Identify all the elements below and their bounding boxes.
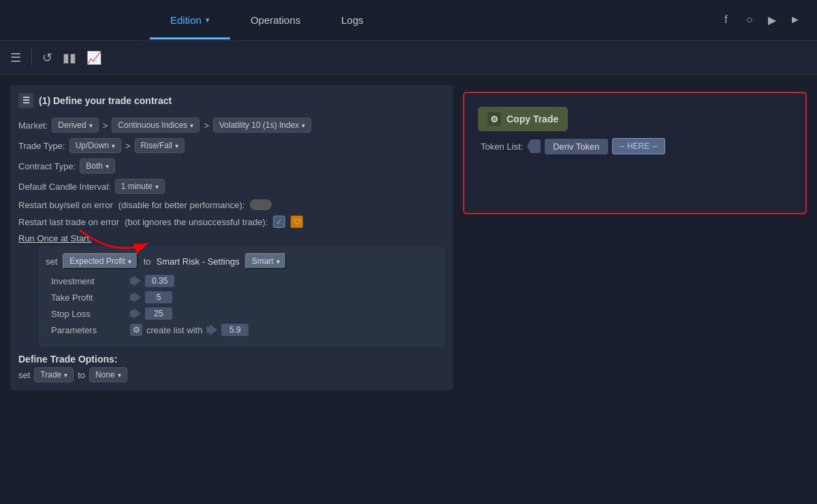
trade-type-arrow: >	[125, 141, 131, 151]
define-trade-label: Define Trade Options:	[18, 354, 445, 365]
restart-buy-label: Restart buy/sell on error	[18, 200, 113, 210]
stop-loss-label: Stop Loss	[51, 309, 126, 319]
smart-risk-block: set Expected Profit to Smart Risk - Sett…	[39, 246, 445, 347]
market-continuous-dropdown[interactable]: Continuous Indices	[112, 118, 199, 133]
create-list-label: create list with	[146, 325, 202, 335]
parameters-label: Parameters	[51, 325, 126, 335]
stop-loss-connector	[130, 308, 141, 319]
nav-tabs: Edition ▾ Operations Logs	[150, 1, 384, 39]
token-connector	[527, 139, 541, 153]
market-label: Market:	[18, 120, 48, 131]
instagram-icon[interactable]: ○	[746, 14, 760, 27]
restart-buy-note: (disable for better performance):	[118, 200, 245, 210]
token-list-row: Token List: Deriv Token -- HERE --	[478, 138, 792, 154]
tab-logs[interactable]: Logs	[321, 1, 384, 39]
trade-set-label: set	[18, 370, 30, 380]
investment-connector	[130, 275, 141, 286]
red-arrow-annotation	[73, 223, 155, 257]
market-arrow-1: >	[103, 120, 108, 131]
investment-row: Investment 0.35	[46, 275, 438, 287]
list-icon[interactable]: ☰	[10, 50, 21, 65]
trade-type-row: Trade Type: Up/Down > Rise/Fall	[18, 138, 445, 153]
contract-icon: ☰	[18, 93, 33, 108]
chart-bar-icon[interactable]: ▮▮	[63, 50, 76, 65]
take-profit-row: Take Profit 5	[46, 291, 438, 303]
toolbar: ☰ ↺ ▮▮ 📈	[0, 41, 817, 75]
edition-dropdown-arrow: ▾	[206, 16, 210, 24]
parameters-gear-icon[interactable]: ⚙	[130, 324, 142, 336]
market-arrow-2: >	[204, 120, 209, 131]
restart-buy-toggle[interactable]	[250, 199, 272, 210]
trade-options-row: set Trade to None	[18, 367, 445, 382]
contract-type-both-dropdown[interactable]: Both	[80, 158, 115, 173]
create-list-connector	[206, 324, 217, 335]
youtube-icon[interactable]: ▶	[768, 14, 782, 27]
take-profit-value: 5	[145, 291, 172, 303]
copy-trade-block: ⚙ Copy Trade	[478, 107, 568, 131]
restart-buy-row: Restart buy/sell on error (disable for b…	[18, 199, 445, 210]
social-links: f ○ ▶ ►	[724, 14, 803, 27]
restart-last-checkbox[interactable]: ✓	[273, 216, 285, 228]
investment-label: Investment	[51, 276, 126, 286]
main-content: ☰ (1) Define your trade contract Market:…	[0, 75, 817, 504]
refresh-icon[interactable]: ↺	[42, 50, 52, 65]
contract-title: ☰ (1) Define your trade contract	[18, 93, 445, 108]
facebook-icon[interactable]: f	[724, 14, 738, 27]
investment-value: 0.35	[145, 275, 174, 287]
stop-loss-row: Stop Loss 25	[46, 307, 438, 320]
copy-trade-title: Copy Trade	[507, 114, 558, 124]
run-once-row: Run Once at Start:	[18, 233, 445, 243]
right-panel: ⚙ Copy Trade Token List: Deriv Token -- …	[463, 85, 807, 494]
contract-block: ☰ (1) Define your trade contract Market:…	[10, 85, 453, 390]
token-list-label: Token List:	[481, 141, 523, 152]
tab-edition[interactable]: Edition ▾	[150, 1, 230, 39]
trade-dropdown[interactable]: Trade	[34, 367, 74, 382]
to-label: to	[144, 256, 151, 267]
left-panel: ☰ (1) Define your trade contract Market:…	[10, 85, 453, 494]
settings-label: Smart Risk - Settings	[157, 256, 240, 267]
set-label: set	[46, 256, 57, 267]
other-icon[interactable]: ►	[790, 14, 803, 27]
candle-value-dropdown[interactable]: 1 minute	[115, 179, 165, 194]
contract-type-row: Contract Type: Both	[18, 158, 445, 173]
copy-trade-container: ⚙ Copy Trade Token List: Deriv Token -- …	[463, 92, 807, 214]
deriv-token-label: Deriv Token	[545, 139, 607, 154]
chart-line-icon[interactable]: 📈	[86, 50, 101, 65]
stop-loss-value: 25	[145, 307, 172, 320]
take-profit-connector	[130, 292, 141, 303]
candle-label: Default Candle Interval:	[18, 182, 111, 192]
market-derived-dropdown[interactable]: Derived	[52, 118, 98, 133]
none-dropdown[interactable]: None	[89, 367, 127, 382]
smart-dropdown[interactable]: Smart	[245, 253, 287, 269]
market-volatility-dropdown[interactable]: Volatility 10 (1s) Index	[213, 118, 311, 133]
toolbar-divider	[31, 49, 32, 66]
shield-icon: 🛡	[291, 216, 303, 228]
take-profit-label: Take Profit	[51, 292, 126, 303]
parameters-row: Parameters ⚙ create list with 5.9	[46, 324, 438, 336]
contract-type-label: Contract Type:	[18, 161, 76, 171]
create-list-value: 5.9	[221, 324, 249, 336]
trade-to-label: to	[78, 370, 85, 380]
here-placeholder[interactable]: -- HERE --	[612, 138, 665, 154]
copy-trade-gear-icon[interactable]: ⚙	[487, 112, 501, 126]
candle-interval-row: Default Candle Interval: 1 minute	[18, 179, 445, 194]
tab-operations[interactable]: Operations	[230, 1, 321, 39]
trade-type-risefall-dropdown[interactable]: Rise/Fall	[135, 138, 185, 153]
top-navigation: Edition ▾ Operations Logs f ○ ▶ ►	[0, 0, 817, 41]
trade-type-updown-dropdown[interactable]: Up/Down	[69, 138, 121, 153]
market-row: Market: Derived > Continuous Indices > V…	[18, 118, 445, 133]
trade-type-label: Trade Type:	[18, 141, 65, 151]
